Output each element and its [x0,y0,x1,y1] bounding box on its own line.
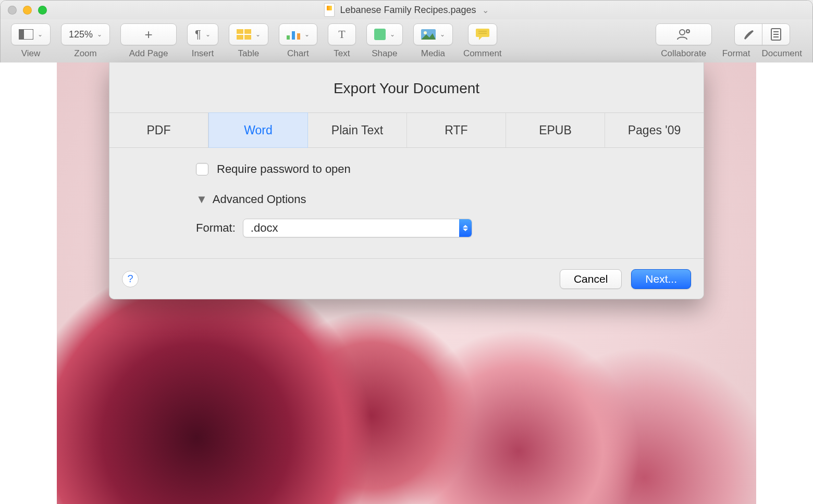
document-title: Lebanese Family Recipes.pages ⌄ [340,5,488,16]
plus-icon: + [144,27,152,43]
collaborate-icon [676,28,691,41]
chevron-down-icon: ⌄ [440,31,445,38]
document-label: Document [762,48,802,59]
title-disclosure-icon[interactable]: ⌄ [482,6,489,15]
tab-pdf[interactable]: PDF [109,113,208,147]
comment-label: Comment [463,48,502,59]
export-format-tabs: PDF Word Plain Text RTF EPUB Pages '09 [109,112,704,148]
chevron-down-icon: ⌄ [255,31,261,38]
tab-epub-label: EPUB [539,123,572,137]
zoom-button[interactable]: 125% ⌄ [61,23,110,45]
text-button[interactable]: T [328,23,356,45]
zoom-value: 125% [69,29,93,40]
format-select[interactable]: .docx [243,219,472,237]
require-password-label: Require password to open [217,162,351,176]
document-title-text: Lebanese Family Recipes.pages [340,5,476,15]
svg-rect-8 [374,29,386,40]
pages-file-icon [324,3,335,17]
tab-pages09[interactable]: Pages '09 [605,113,704,147]
collaborate-tool: Collaborate [656,23,712,59]
format-label: Format: [196,221,236,235]
shape-tool: ⌄ Shape [366,23,403,59]
format-label: Format [722,48,750,59]
document-button[interactable] [762,23,790,45]
document-icon [771,28,781,41]
format-select-value: .docx [251,221,278,235]
tab-rtf[interactable]: RTF [407,113,506,147]
text-label: Text [334,48,350,59]
media-button[interactable]: ⌄ [413,23,453,45]
disclosure-triangle-icon: ▼ [196,193,207,206]
pilcrow-icon: ¶ [195,28,201,41]
tab-epub[interactable]: EPUB [506,113,605,147]
tab-word[interactable]: Word [208,112,308,148]
advanced-options-label: Advanced Options [213,193,306,206]
add-page-button[interactable]: + [120,23,177,45]
tab-plain-text[interactable]: Plain Text [308,113,407,147]
format-button[interactable] [734,23,762,45]
brush-icon [742,28,755,41]
chart-label: Chart [287,48,309,59]
tab-rtf-label: RTF [445,123,467,137]
cancel-button[interactable]: Cancel [560,269,622,289]
window-controls [8,6,47,15]
require-password-checkbox[interactable] [196,163,208,175]
comment-icon [476,29,489,40]
table-label: Table [238,48,260,59]
close-window-button[interactable] [8,6,17,15]
tab-pdf-label: PDF [147,123,171,137]
export-dialog-body: Require password to open ▼ Advanced Opti… [109,148,704,258]
insert-label: Insert [192,48,214,59]
title-bar: Lebanese Family Recipes.pages ⌄ [1,1,812,19]
text-icon: T [338,28,345,41]
next-button[interactable]: Next... [631,269,691,289]
view-label: View [21,48,41,59]
tab-plain-text-label: Plain Text [331,123,383,137]
svg-rect-5 [287,35,290,40]
chart-tool: ⌄ Chart [279,23,317,59]
collaborate-label: Collaborate [661,48,706,59]
format-row: Format: .docx [196,219,678,237]
svg-rect-11 [476,29,489,37]
export-dialog-title: Export Your Document [109,62,704,112]
add-page-tool: + Add Page [120,23,177,59]
chart-button[interactable]: ⌄ [279,23,317,45]
table-button[interactable]: ⌄ [229,23,268,45]
cancel-button-label: Cancel [574,273,608,285]
media-icon [421,29,436,40]
add-page-label: Add Page [129,48,168,59]
next-button-label: Next... [645,273,677,285]
media-label: Media [421,48,445,59]
select-stepper-icon [459,219,472,237]
table-tool: ⌄ Table [229,23,268,59]
minimize-window-button[interactable] [23,6,32,15]
media-tool: ⌄ Media [413,23,453,59]
collaborate-button[interactable] [656,23,712,45]
comment-button[interactable] [468,23,497,45]
export-dialog-footer: ? Cancel Next... [109,258,704,299]
shape-icon [374,29,386,40]
zoom-tool: 125% ⌄ Zoom [61,23,110,59]
svg-point-10 [424,31,427,34]
export-dialog: Export Your Document PDF Word Plain Text… [109,62,704,299]
chart-icon [287,29,300,40]
insert-button[interactable]: ¶ ⌄ [187,23,218,45]
format-document-tools: Format Document [722,23,802,59]
shape-button[interactable]: ⌄ [366,23,403,45]
shape-label: Shape [372,48,397,59]
chevron-down-icon: ⌄ [97,31,102,38]
view-icon [19,29,33,40]
view-button[interactable]: ⌄ [11,23,51,45]
chevron-down-icon: ⌄ [205,31,211,38]
svg-rect-6 [292,31,295,40]
zoom-window-button[interactable] [38,6,47,15]
tab-word-label: Word [244,123,273,137]
comment-tool: Comment [463,23,502,59]
advanced-options-disclosure[interactable]: ▼ Advanced Options [196,193,678,206]
help-button[interactable]: ? [122,271,139,287]
tab-pages09-label: Pages '09 [628,123,681,137]
view-tool: ⌄ View [11,23,51,59]
svg-rect-7 [297,33,300,40]
svg-point-14 [680,30,685,35]
chevron-down-icon: ⌄ [304,31,310,38]
